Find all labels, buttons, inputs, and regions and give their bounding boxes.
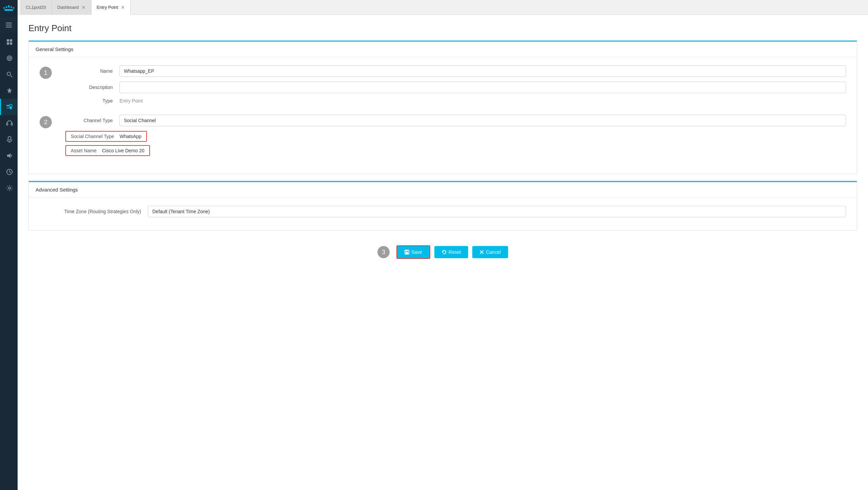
sidebar-item-home[interactable]	[0, 34, 18, 50]
sidebar-item-headset[interactable]	[0, 115, 18, 131]
asset-name-box: Asset Name Cisco Live Demo 20	[65, 145, 150, 156]
page-title: Entry Point	[28, 23, 857, 34]
channel-type-value	[120, 115, 846, 126]
sidebar-item-routing[interactable]	[0, 50, 18, 66]
sidebar-item-pin[interactable]	[0, 83, 18, 99]
cisco-logo	[0, 0, 18, 18]
action-area: 3 Save Reset	[28, 237, 857, 267]
advanced-settings-header: Advanced Settings	[29, 181, 857, 198]
svg-line-16	[10, 75, 12, 77]
channel-type-label: Channel Type	[65, 118, 120, 123]
save-icon	[405, 250, 409, 254]
step1-fields: Name Description Type	[65, 65, 846, 109]
sidebar-item-tools[interactable]	[0, 99, 18, 115]
timezone-field-row: Time Zone (Routing Strategies Only)	[40, 206, 846, 217]
reset-icon	[442, 250, 447, 254]
sidebar-item-search[interactable]	[0, 66, 18, 83]
svg-rect-2	[10, 6, 12, 8]
step2-row: 2 Channel Type Social Channel Type	[40, 115, 846, 159]
timezone-value	[148, 206, 846, 217]
timezone-label: Time Zone (Routing Strategies Only)	[40, 209, 148, 214]
svg-rect-5	[4, 9, 13, 11]
asset-name-value: Cisco Live Demo 20	[102, 148, 144, 153]
main-area: CL1pod20 Dashboard ✕ Entry Point ✕ Entry…	[18, 0, 868, 490]
sidebar	[0, 0, 18, 490]
name-value	[120, 65, 846, 77]
svg-rect-0	[8, 5, 9, 8]
svg-point-13	[7, 56, 12, 61]
channel-type-field-row: Channel Type	[65, 115, 846, 126]
type-label: Type	[65, 98, 120, 104]
svg-rect-4	[13, 7, 14, 9]
cancel-button[interactable]: Cancel	[472, 246, 508, 258]
svg-rect-7	[6, 25, 12, 25]
tab-dashboard-label: Dashboard	[57, 5, 79, 10]
social-channel-type-value: WhatsApp	[120, 134, 142, 139]
step3-circle: 3	[377, 246, 390, 258]
save-label: Save	[411, 249, 422, 255]
reset-button[interactable]: Reset	[434, 246, 469, 258]
tab-entry-point-label: Entry Point	[97, 5, 118, 10]
step1-row: 1 Name Description	[40, 65, 846, 109]
svg-marker-21	[7, 153, 10, 158]
social-channel-type-label: Social Channel Type	[71, 134, 114, 139]
hamburger-menu[interactable]	[0, 18, 18, 32]
name-input[interactable]	[120, 65, 846, 77]
svg-rect-25	[406, 250, 408, 251]
svg-rect-12	[10, 42, 12, 45]
svg-rect-8	[6, 27, 12, 27]
social-channel-type-box: Social Channel Type WhatsApp	[65, 131, 147, 142]
tab-entry-point[interactable]: Entry Point ✕	[91, 0, 131, 15]
tab-entry-point-close[interactable]: ✕	[121, 5, 125, 10]
svg-rect-18	[11, 123, 13, 125]
tab-bar: CL1pod20 Dashboard ✕ Entry Point ✕	[18, 0, 868, 15]
general-settings-section: General Settings 1 Name Description	[28, 40, 857, 174]
svg-rect-19	[8, 136, 11, 140]
svg-rect-11	[7, 42, 9, 45]
asset-name-row: Asset Name Cisco Live Demo 20	[65, 145, 846, 156]
channel-type-input[interactable]	[120, 115, 846, 126]
sidebar-nav	[0, 34, 18, 196]
tab-cl1pod20[interactable]: CL1pod20	[20, 0, 52, 15]
sidebar-item-volume[interactable]	[0, 148, 18, 164]
general-settings-body: 1 Name Description	[29, 57, 857, 174]
step1-circle: 1	[40, 67, 52, 79]
general-settings-header: General Settings	[29, 41, 857, 57]
svg-rect-10	[10, 39, 12, 42]
timezone-input[interactable]	[148, 206, 846, 217]
social-channel-type-row: Social Channel Type WhatsApp	[65, 131, 846, 142]
svg-point-14	[8, 57, 10, 59]
advanced-settings-section: Advanced Settings Time Zone (Routing Str…	[28, 181, 857, 230]
description-value	[120, 82, 846, 93]
tab-dashboard[interactable]: Dashboard ✕	[52, 0, 91, 15]
page-content: Entry Point General Settings 1 Name	[18, 15, 868, 490]
type-text: Entry Point	[120, 95, 143, 106]
svg-rect-26	[406, 252, 408, 254]
save-button[interactable]: Save	[396, 245, 430, 259]
svg-point-15	[7, 72, 10, 75]
svg-rect-3	[3, 7, 5, 9]
step2-circle: 2	[40, 116, 52, 128]
svg-rect-6	[6, 23, 12, 23]
cancel-label: Cancel	[486, 249, 501, 255]
tab-cl1pod20-label: CL1pod20	[26, 5, 46, 10]
asset-name-label: Asset Name	[71, 148, 96, 153]
sidebar-item-history[interactable]	[0, 164, 18, 180]
reset-label: Reset	[449, 249, 461, 255]
name-field-row: Name	[65, 65, 846, 77]
type-field-row: Type Entry Point	[65, 98, 846, 104]
advanced-settings-body: Time Zone (Routing Strategies Only)	[29, 198, 857, 230]
sidebar-item-settings[interactable]	[0, 180, 18, 196]
tab-dashboard-close[interactable]: ✕	[82, 5, 86, 10]
description-field-row: Description	[65, 82, 846, 93]
type-value: Entry Point	[120, 98, 846, 104]
svg-rect-1	[6, 6, 7, 8]
cancel-icon	[480, 250, 484, 254]
description-input[interactable]	[120, 82, 846, 93]
sidebar-item-mic[interactable]	[0, 131, 18, 148]
svg-rect-17	[6, 123, 8, 125]
svg-rect-9	[7, 39, 9, 42]
description-label: Description	[65, 85, 120, 90]
step2-fields: Channel Type Social Channel Type WhatsAp…	[65, 115, 846, 159]
name-label: Name	[65, 68, 120, 74]
